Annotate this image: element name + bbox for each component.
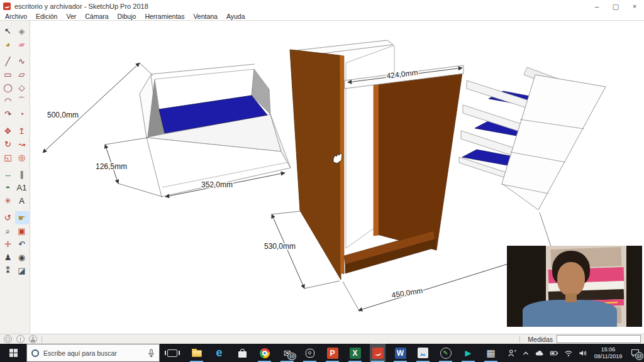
zoom-window-tool[interactable]: ▣ [15,224,29,238]
rotate-tool[interactable]: ↻ [1,138,15,151]
search-placeholder: Escribe aquí para buscar [43,349,143,357]
calculator-icon: ▦ [484,346,499,361]
taskbar-app-video-editor[interactable]: ▶ [460,344,476,362]
taskbar-app-sketch-app[interactable]: ✎ [438,344,453,362]
menu-ayuda[interactable]: Ayuda [226,13,245,20]
cabinet-model[interactable] [290,40,464,280]
menu-camara[interactable]: Cámara [85,13,108,20]
polygon-tool[interactable]: ◇ [15,81,29,94]
taskbar-app-store[interactable] [234,344,250,362]
taskbar-app-file-explorer[interactable] [189,344,204,362]
three-point-arc-tool[interactable]: ↷ [1,107,15,121]
edge-icon: e [212,346,227,361]
rotated-rectangle-tool[interactable]: ▱ [15,68,29,81]
hidden-icons-chevron-icon[interactable] [521,349,530,358]
menu-edicion[interactable]: Edición [36,13,57,20]
3d-text-tool[interactable]: A [15,194,29,207]
start-button[interactable] [0,344,26,362]
taskbar-search-input[interactable]: Escribe aquí para buscar [26,344,160,362]
follow-me-tool[interactable]: ↝ [15,138,29,151]
menu-archivo[interactable]: Archivo [5,13,27,20]
minimize-button[interactable]: – [587,0,606,13]
two-point-arc-tool[interactable]: ⌒ [15,94,29,107]
dim-label-450: 450,0mm [391,286,424,300]
section-plane-tool[interactable]: ◪ [15,264,29,277]
onedrive-icon[interactable] [535,349,545,358]
wifi-icon[interactable] [564,349,574,358]
volume-icon[interactable] [578,349,587,358]
dim-label-500: 500,0mm [47,111,79,119]
line-tool[interactable]: ╱ [1,55,15,68]
paint-bucket-tool[interactable]: ◕ [1,38,15,51]
scale-tool[interactable]: ◱ [1,151,15,164]
excel-icon: X [350,348,361,359]
taskbar-app-calculator[interactable]: ▦ [483,344,499,362]
dim-label-126: 126,5mm [96,162,127,171]
menu-herramientas[interactable]: Herramientas [145,13,184,20]
walk-tool[interactable]: ⁑ [1,264,15,277]
taskbar-clock[interactable]: 15:06 08/11/2019 [592,346,625,360]
taskbar-app-instagram[interactable] [302,344,318,362]
title-bar: escritorio y archivador - SketchUp Pro 2… [0,0,644,13]
sign-in-icon[interactable] [29,335,37,343]
sketchup-window: escritorio y archivador - SketchUp Pro 2… [0,0,644,362]
people-icon[interactable] [508,349,517,358]
maximize-button[interactable]: ▢ [606,0,625,13]
taskbar-app-excel[interactable]: X [347,344,363,362]
window-title: escritorio y archivador - SketchUp Pro 2… [14,3,148,10]
orbit-tool[interactable]: ↺ [1,211,15,224]
measurements-input[interactable] [557,335,641,343]
menu-dibujo[interactable]: Dibujo [118,13,136,20]
action-center-button[interactable]: 12 [629,346,641,360]
measurements-label: Medidas [528,336,553,343]
taskbar-app-photos[interactable] [415,344,431,362]
geolocation-icon[interactable] [4,335,12,343]
taskbar-app-mail[interactable]: ✉10 [279,344,295,362]
offset-tool[interactable]: ◎ [15,151,29,164]
clock-date: 08/11/2019 [592,353,625,360]
arc-tool[interactable]: ◠ [1,94,15,107]
menu-ver[interactable]: Ver [66,13,76,20]
measurements-divider [519,336,520,343]
axes-tool[interactable]: ✳ [1,194,15,207]
menu-bar: ArchivoEdiciónVerCámaraDibujoHerramienta… [0,13,644,21]
eraser-tool[interactable]: ▰ [15,38,29,51]
position-camera-tool[interactable]: ♟ [1,251,15,264]
circle-tool[interactable]: ◯ [1,81,15,94]
pie-tool[interactable]: ◔ [15,107,29,121]
zoom-tool[interactable]: ⌕ [1,224,15,238]
task-view-button[interactable] [167,349,177,357]
tape-measure-tool[interactable]: ↔ [1,168,15,181]
powerpoint-icon: P [327,348,338,359]
menu-ventana[interactable]: Ventana [193,13,218,20]
taskbar-app-word[interactable]: W [392,344,408,362]
dimension-tool[interactable]: ∥ [15,168,29,181]
taskbar-app-chrome[interactable] [257,344,272,362]
make-component-tool[interactable]: ◈ [15,25,29,38]
rectangle-tool[interactable]: ▭ [1,68,15,81]
taskbar-app-edge[interactable]: e [211,344,227,362]
push-pull-tool[interactable]: ↥ [15,124,29,138]
pan-tool[interactable]: ☛ [15,211,29,224]
dim-label-530: 530,0mm [264,242,296,251]
store-icon [235,346,250,361]
battery-icon[interactable] [549,349,559,358]
taskbar-app-powerpoint[interactable]: P [325,344,340,362]
credits-icon[interactable] [16,335,25,343]
text-tool[interactable]: A1 [15,181,29,194]
protractor-tool[interactable]: ◓ [1,181,15,194]
sketchup-icon [372,348,384,359]
drawer-unit-model[interactable] [459,67,606,210]
zoom-extents-tool[interactable]: ✛ [1,238,15,251]
mail-badge: 10 [287,353,296,360]
move-tool[interactable]: ✥ [1,124,15,138]
taskbar-app-sketchup[interactable] [370,344,386,362]
photos-icon [418,348,428,358]
select-tool[interactable]: ↖ [1,25,15,38]
dim-label-352: 352,0mm [201,180,233,189]
freehand-tool[interactable]: ∿ [15,55,29,68]
look-around-tool[interactable]: ◉ [15,251,29,264]
close-button[interactable]: × [625,0,644,13]
drawer-tray-model[interactable] [140,64,291,197]
previous-view-tool[interactable]: ↶ [15,238,29,251]
